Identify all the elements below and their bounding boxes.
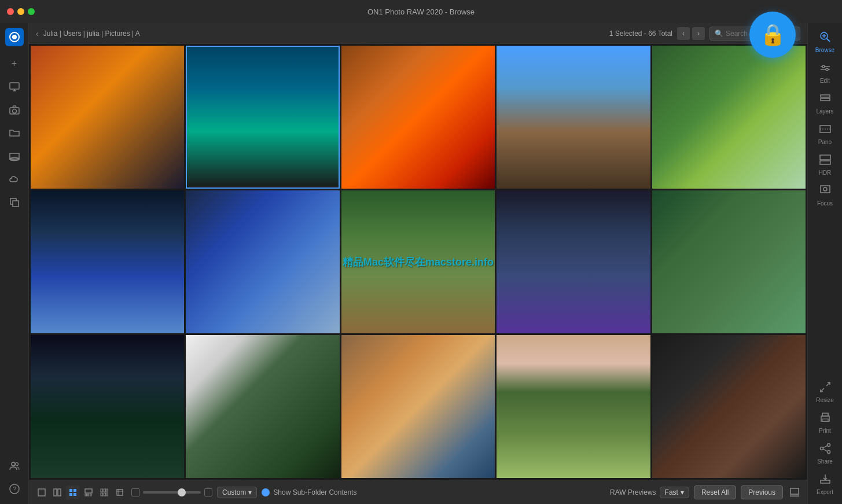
svg-rect-28 [101,493,103,496]
hdr-panel-button[interactable]: HDR [810,150,840,180]
export-icon [819,473,831,487]
photo-image-5 [652,46,806,189]
photo-cell-15[interactable] [652,335,806,478]
app-logo[interactable] [5,28,24,46]
svg-rect-17 [58,489,61,496]
export-panel-button[interactable]: Export [810,470,840,499]
photo-cell-5[interactable] [652,46,806,189]
print-panel-button[interactable]: Print [810,409,840,438]
add-icon[interactable]: + [4,53,25,74]
left-sidebar: + ? [0,23,29,504]
size-checkbox-left[interactable] [131,488,139,496]
size-slider[interactable] [143,491,201,494]
photo-cell-13[interactable] [341,335,495,478]
svg-rect-16 [54,489,57,496]
nav-next-button[interactable]: › [692,27,705,40]
slider-thumb[interactable] [178,488,186,496]
svg-rect-19 [73,489,76,492]
photo-cell-10[interactable] [652,190,806,333]
photo-cell-9[interactable] [497,190,650,333]
svg-rect-25 [90,494,92,496]
photo-cell-8[interactable]: 精品Mac软件尽在macstore.info [341,190,495,333]
view-single-button[interactable] [35,485,49,499]
view-grid-button[interactable] [66,485,80,499]
svg-rect-22 [85,489,92,493]
view-filmstrip-button[interactable] [82,485,95,499]
subfolder-toggle[interactable]: Show Sub-Folder Contents [262,488,356,496]
svg-rect-24 [87,494,89,496]
photo-cell-7[interactable] [186,190,339,333]
minimize-button[interactable] [17,8,24,15]
share-panel-button[interactable]: Share [810,439,840,469]
drive-icon[interactable] [4,146,25,167]
edit-label: Edit [820,78,830,84]
chevron-down-icon-raw: ▾ [681,488,684,496]
view-icons [35,485,127,499]
folder-icon[interactable] [4,123,25,144]
people-icon[interactable] [4,455,25,476]
svg-line-61 [823,449,827,451]
edit-icon [819,62,831,76]
svg-line-53 [821,388,824,392]
titlebar: ON1 Photo RAW 2020 - Browse [0,0,842,23]
photo-cell-4[interactable] [497,46,650,189]
view-multi-button[interactable] [97,485,111,499]
bottom-toolbar: Custom ▾ Show Sub-Folder Contents RAW Pr… [29,480,807,504]
svg-rect-10 [13,201,19,207]
stack-icon[interactable] [4,192,25,213]
svg-rect-55 [822,413,828,416]
photo-image-3 [341,46,495,189]
hdr-label: HDR [819,170,832,176]
photo-image-1 [31,46,184,189]
reset-all-button[interactable]: Reset All [694,485,736,499]
photo-cell-1[interactable] [31,46,184,189]
subfolder-label: Show Sub-Folder Contents [273,488,356,496]
photo-cell-2[interactable] [186,46,339,189]
monitor-icon[interactable] [4,76,25,97]
svg-point-11 [12,462,15,466]
previous-button[interactable]: Previous [741,485,783,499]
nav-back-button[interactable]: ‹ [36,29,39,38]
photo-cell-3[interactable] [341,46,495,189]
edit-panel-button[interactable]: Edit [810,58,840,88]
size-checkbox-right[interactable] [204,488,212,496]
photo-cell-11[interactable] [31,335,184,478]
nav-prev-button[interactable]: ‹ [677,27,690,40]
filmstrip-view-button[interactable] [788,485,801,499]
help-icon[interactable]: ? [4,479,25,499]
focus-panel-button[interactable]: Focus [810,181,840,211]
lock-icon: 🔒 [760,23,786,47]
photo-image-11 [31,335,184,478]
photo-image-4 [497,46,650,189]
svg-rect-50 [821,186,830,193]
view-compare-button[interactable] [50,485,64,499]
custom-dropdown-label: Custom [222,488,246,496]
maximize-button[interactable] [28,8,35,15]
svg-point-58 [820,447,823,450]
raw-speed-dropdown[interactable]: Fast ▾ [660,487,689,498]
sidebar-bottom: ? [4,455,25,499]
photo-cell-12[interactable] [186,335,339,478]
svg-rect-21 [73,493,76,496]
print-label: Print [819,428,831,435]
view-select-button[interactable] [113,485,127,499]
layers-panel-button[interactable]: Layers [810,89,840,119]
browse-panel-button[interactable]: Browse [810,28,840,57]
photo-cell-6[interactable] [31,190,184,333]
resize-panel-button[interactable]: Resize [810,378,840,407]
pano-panel-button[interactable]: Pano [810,120,840,149]
photo-cell-14[interactable] [497,335,650,478]
close-button[interactable] [7,8,14,15]
svg-rect-15 [38,489,45,496]
layers-icon [819,93,831,106]
right-sidebar: Browse Edit Layers Pano HDR [807,23,842,504]
custom-dropdown[interactable]: Custom ▾ [217,487,257,498]
svg-marker-31 [117,490,123,495]
selection-info: 1 Selected - 66 Total [609,30,672,38]
share-icon [819,443,831,457]
svg-rect-35 [790,495,799,496]
camera-icon[interactable] [4,100,25,120]
cloud-icon[interactable] [4,169,25,190]
toggle-dot [262,488,270,496]
resize-label: Resize [816,397,834,404]
